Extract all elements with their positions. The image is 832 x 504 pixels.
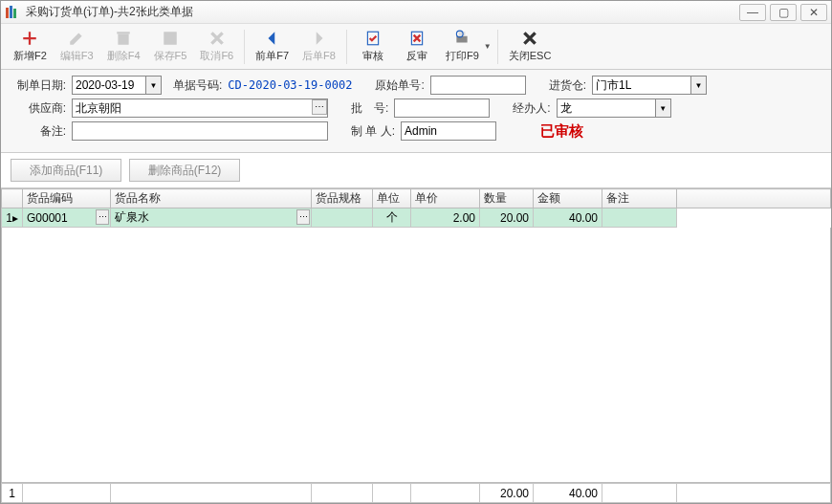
footer-row: 1 20.00 40.00 [2, 484, 831, 503]
row-indicator: 1▸ [2, 208, 23, 228]
print-dropdown-icon[interactable]: ▼ [484, 42, 493, 51]
save-button[interactable]: 保存F5 [147, 26, 194, 68]
toolbar-separator [346, 30, 347, 64]
grid-header-row: 货品编码 货品名称 货品规格 单位 单价 数量 金额 备注 [2, 189, 831, 208]
audit-icon [364, 30, 382, 47]
cancel-icon [208, 30, 226, 47]
print-button[interactable]: 打印F9 [439, 26, 486, 68]
handler-label: 经办人: [513, 100, 550, 117]
cancel-button[interactable]: 取消F6 [193, 26, 240, 68]
prev-button[interactable]: 前单F7 [249, 26, 296, 68]
toolbar-separator [497, 30, 498, 64]
next-button[interactable]: 后单F8 [296, 26, 342, 68]
chevron-down-icon: ▼ [655, 99, 670, 117]
col-remark[interactable]: 备注 [602, 189, 677, 208]
supplier-field[interactable]: ⋯ [72, 99, 328, 118]
ellipsis-icon[interactable]: ⋯ [312, 99, 327, 115]
col-amount[interactable]: 金额 [534, 189, 602, 208]
window-title: 采购订货单(订单)-共2张此类单据 [26, 4, 739, 20]
unaudit-button[interactable]: 反审 [395, 26, 439, 68]
chevron-down-icon: ▼ [690, 77, 706, 94]
col-name[interactable]: 货品名称 [111, 189, 312, 208]
new-button[interactable]: 新增F2 [7, 26, 54, 68]
cell-price[interactable]: 2.00 [411, 208, 480, 228]
col-spec[interactable]: 货品规格 [312, 189, 373, 208]
col-price[interactable]: 单价 [411, 189, 480, 208]
unaudit-icon [408, 30, 426, 47]
col-unit[interactable]: 单位 [373, 189, 411, 208]
plus-icon [21, 30, 38, 47]
cell-unit[interactable]: 个 [373, 208, 411, 228]
grid-area: 货品编码 货品名称 货品规格 单位 单价 数量 金额 备注 1▸ G00001⋯… [1, 187, 831, 503]
delete-button[interactable]: 删除F4 [100, 26, 147, 68]
grid-footer: 1 20.00 40.00 [1, 482, 831, 503]
grid-blank-area [1, 228, 831, 482]
svg-rect-5 [164, 32, 177, 45]
origno-field[interactable] [430, 76, 526, 95]
status-badge: 已审核 [540, 122, 583, 141]
ellipsis-icon[interactable]: ⋯ [96, 209, 109, 225]
close-button[interactable]: 关闭ESC [502, 26, 558, 68]
svg-rect-9 [459, 32, 466, 36]
cell-name[interactable]: 矿泉水⋯ [111, 208, 312, 228]
cell-qty[interactable]: 20.00 [480, 208, 534, 228]
print-icon [453, 30, 471, 47]
maker-label: 制 单 人: [351, 123, 395, 140]
remark-field[interactable] [72, 121, 328, 141]
close-icon [521, 30, 538, 47]
arrow-left-icon [264, 30, 281, 47]
minimize-button[interactable]: — [739, 4, 766, 21]
supplier-label: 供应商: [14, 100, 66, 117]
origno-label: 原始单号: [375, 77, 424, 94]
batch-label: 批 号: [351, 100, 388, 117]
chevron-down-icon: ▼ [145, 77, 161, 94]
grid-buttons: 添加商品(F11) 删除商品(F12) [1, 153, 831, 187]
svg-rect-3 [118, 34, 128, 45]
footer-amount: 40.00 [534, 484, 602, 503]
cell-amount[interactable]: 40.00 [534, 208, 602, 228]
docno-value: CD-2020-03-19-0002 [228, 78, 352, 92]
svg-rect-2 [13, 9, 16, 18]
svg-rect-1 [10, 6, 12, 18]
footer-qty: 20.00 [480, 484, 534, 503]
date-field[interactable]: 2020-03-19 ▼ [72, 76, 162, 95]
save-icon [162, 30, 179, 47]
cell-code[interactable]: G00001⋯ [23, 208, 111, 228]
table-row[interactable]: 1▸ G00001⋯ 矿泉水⋯ 个 2.00 20.00 40.00 [2, 208, 831, 228]
close-window-button[interactable]: ✕ [800, 4, 827, 21]
app-icon [5, 5, 20, 20]
app-window: 采购订货单(订单)-共2张此类单据 — ▢ ✕ 新增F2 编辑F3 删除F4 保… [0, 0, 832, 504]
handler-field[interactable]: 龙 ▼ [557, 99, 671, 118]
del-item-button[interactable]: 删除商品(F12) [129, 159, 240, 182]
batch-field[interactable] [394, 99, 490, 118]
col-qty[interactable]: 数量 [480, 189, 534, 208]
ellipsis-icon[interactable]: ⋯ [296, 209, 310, 225]
whs-field[interactable]: 门市1L ▼ [592, 76, 707, 95]
items-grid[interactable]: 货品编码 货品名称 货品规格 单位 单价 数量 金额 备注 1▸ G00001⋯… [1, 188, 831, 228]
edit-icon [68, 30, 85, 47]
titlebar: 采购订货单(订单)-共2张此类单据 — ▢ ✕ [1, 1, 831, 24]
remark-label: 备注: [14, 123, 66, 140]
cell-spec[interactable] [312, 208, 373, 228]
toolbar: 新增F2 编辑F3 删除F4 保存F5 取消F6 前单F7 后单F8 [1, 24, 831, 70]
svg-rect-0 [6, 8, 9, 18]
window-buttons: — ▢ ✕ [739, 4, 827, 21]
svg-rect-4 [117, 32, 130, 33]
arrow-right-icon [310, 30, 327, 47]
docno-label: 单据号码: [173, 77, 222, 94]
date-label: 制单日期: [14, 77, 66, 94]
delete-icon [115, 30, 132, 47]
whs-label: 进货仓: [549, 77, 586, 94]
audit-button[interactable]: 审核 [351, 26, 395, 68]
footer-idx: 1 [2, 484, 23, 503]
col-code[interactable]: 货品编码 [23, 189, 111, 208]
cell-remark[interactable] [602, 208, 677, 228]
toolbar-separator [244, 30, 245, 64]
maker-field[interactable] [401, 121, 496, 141]
edit-button[interactable]: 编辑F3 [54, 26, 100, 68]
add-item-button[interactable]: 添加商品(F11) [11, 159, 121, 182]
maximize-button[interactable]: ▢ [770, 4, 797, 21]
form-area: 制单日期: 2020-03-19 ▼ 单据号码: CD-2020-03-19-0… [1, 70, 831, 153]
